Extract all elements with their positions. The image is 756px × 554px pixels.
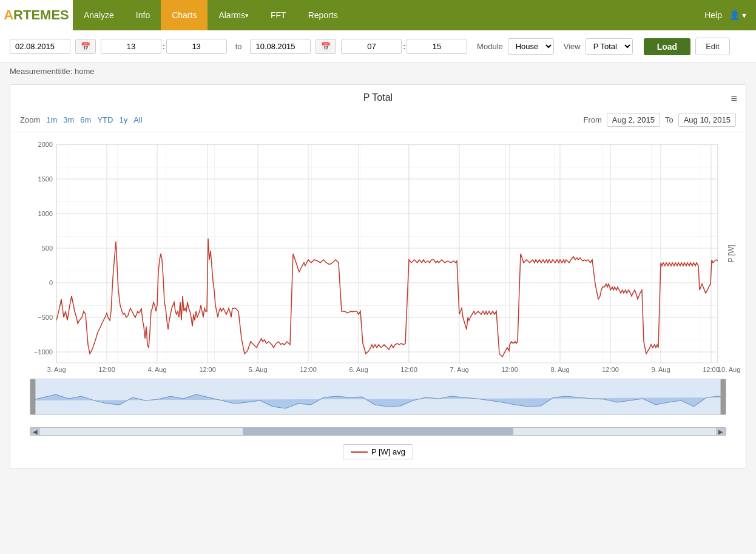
svg-text:12:00: 12:00 [602, 366, 619, 373]
svg-text:10. Aug: 10. Aug [718, 366, 740, 373]
zoom-all[interactable]: All [133, 115, 142, 124]
toolbar: 02.08.2015 📅 13 : 13 to 10.08.2015 📅 07 … [0, 30, 756, 63]
nav-fft[interactable]: FFT [260, 0, 297, 30]
load-button[interactable]: Load [644, 38, 690, 55]
zoom-controls: Zoom 1m 3m 6m YTD 1y All [20, 115, 143, 124]
scroll-thumb[interactable] [243, 428, 513, 435]
view-select[interactable]: P Total [586, 38, 633, 55]
svg-text:12:00: 12:00 [98, 366, 115, 373]
svg-text:−500: −500 [38, 314, 53, 321]
to-label: To [665, 115, 673, 124]
svg-text:2000: 2000 [38, 141, 53, 148]
svg-text:3. Aug: 3. Aug [47, 366, 66, 373]
nav-analyze[interactable]: Analyze [73, 0, 125, 30]
svg-text:12:00: 12:00 [300, 366, 317, 373]
help-link[interactable]: Help [704, 10, 722, 20]
zoom-ytd[interactable]: YTD [97, 115, 113, 124]
main-chart-svg[interactable]: 2000 1500 1000 500 0 −500 −1000 P [W] 3.… [10, 132, 746, 375]
user-dropdown-icon: ▾ [742, 10, 746, 20]
edit-button[interactable]: Edit [695, 38, 729, 55]
date-from-input[interactable]: 02.08.2015 [10, 39, 70, 54]
main-nav: ARTEMES Analyze Info Charts Alarms FFT R… [0, 0, 756, 30]
mini-scrollbar[interactable]: ◀ ▶ [30, 427, 726, 436]
nav-alarms[interactable]: Alarms [208, 0, 260, 30]
mini-navigator[interactable]: 3. Aug 4. Aug 5. Aug 6. Aug 7. Aug 8. Au… [30, 379, 726, 415]
zoom-1m[interactable]: 1m [46, 115, 57, 124]
svg-rect-48 [30, 379, 726, 415]
svg-text:12:00: 12:00 [199, 366, 216, 373]
nav-info[interactable]: Info [125, 0, 161, 30]
zoom-3m[interactable]: 3m [63, 115, 74, 124]
to-date: Aug 10, 2015 [678, 113, 736, 127]
nav-reports[interactable]: Reports [297, 0, 349, 30]
from-date: Aug 2, 2015 [607, 113, 660, 127]
svg-text:0: 0 [49, 279, 53, 286]
svg-rect-50 [721, 379, 726, 415]
mini-nav-wrapper: 3. Aug 4. Aug 5. Aug 6. Aug 7. Aug 8. Au… [10, 375, 746, 438]
minute-to-input[interactable]: 15 [407, 39, 467, 54]
module-label: Module [477, 42, 503, 51]
date-to-input[interactable]: 10.08.2015 [250, 39, 311, 54]
svg-text:1000: 1000 [38, 210, 53, 217]
hour-to-input[interactable]: 07 [341, 39, 402, 54]
chart-menu-icon[interactable]: ≡ [731, 92, 737, 105]
legend-item: P [W] avg [343, 444, 413, 459]
user-menu[interactable]: 👤 ▾ [729, 10, 746, 20]
svg-rect-49 [30, 379, 35, 415]
hour-from-input[interactable]: 13 [101, 39, 161, 54]
nav-right: Help 👤 ▾ [704, 10, 756, 20]
module-select[interactable]: House [508, 38, 554, 55]
svg-text:7. Aug: 7. Aug [450, 366, 468, 373]
svg-text:P [W]: P [W] [727, 245, 735, 262]
chart-title: P Total [363, 92, 393, 103]
svg-text:500: 500 [42, 245, 53, 252]
chart-svg-wrapper: 2000 1500 1000 500 0 −500 −1000 P [W] 3.… [10, 132, 746, 375]
legend-line-icon [351, 451, 368, 453]
svg-text:4. Aug: 4. Aug [147, 366, 166, 373]
chart-container: P Total ≡ Zoom 1m 3m 6m YTD 1y All From … [10, 84, 746, 468]
svg-text:8. Aug: 8. Aug [550, 366, 569, 373]
zoom-bar: Zoom 1m 3m 6m YTD 1y All From Aug 2, 201… [10, 110, 746, 132]
nav-charts[interactable]: Charts [161, 0, 208, 30]
svg-text:12:00: 12:00 [400, 366, 417, 373]
scroll-track[interactable] [40, 428, 716, 435]
from-label: From [583, 115, 601, 124]
svg-text:12:00: 12:00 [703, 366, 720, 373]
chart-legend: P [W] avg [10, 438, 746, 468]
calendar-from-icon[interactable]: 📅 [75, 39, 96, 54]
svg-text:6. Aug: 6. Aug [349, 366, 368, 373]
scroll-right-btn[interactable]: ▶ [716, 428, 726, 435]
zoom-label: Zoom [20, 115, 40, 124]
legend-label: P [W] avg [371, 447, 405, 456]
mini-chart-svg [30, 379, 726, 415]
svg-text:5. Aug: 5. Aug [248, 366, 267, 373]
measurement-title: Measurementtitle: home [0, 63, 756, 79]
svg-text:12:00: 12:00 [501, 366, 518, 373]
nav-links: Analyze Info Charts Alarms FFT Reports [73, 0, 349, 30]
zoom-6m[interactable]: 6m [80, 115, 91, 124]
to-label: to [232, 42, 246, 51]
time-to: 07 : 15 [341, 39, 467, 54]
svg-text:1500: 1500 [38, 175, 53, 183]
view-label: View [564, 42, 581, 51]
calendar-to-icon[interactable]: 📅 [316, 39, 336, 54]
svg-rect-1 [56, 144, 718, 363]
svg-text:−1000: −1000 [34, 348, 53, 356]
zoom-1y[interactable]: 1y [119, 115, 127, 124]
minute-from-input[interactable]: 13 [166, 39, 227, 54]
time-from: 13 : 13 [101, 39, 227, 54]
zoom-range: From Aug 2, 2015 To Aug 10, 2015 [583, 113, 736, 127]
svg-text:9. Aug: 9. Aug [651, 366, 670, 373]
app-logo: ARTEMES [0, 0, 73, 30]
user-icon: 👤 [729, 10, 740, 20]
chart-header: P Total ≡ [10, 85, 746, 110]
scroll-left-btn[interactable]: ◀ [30, 428, 40, 435]
